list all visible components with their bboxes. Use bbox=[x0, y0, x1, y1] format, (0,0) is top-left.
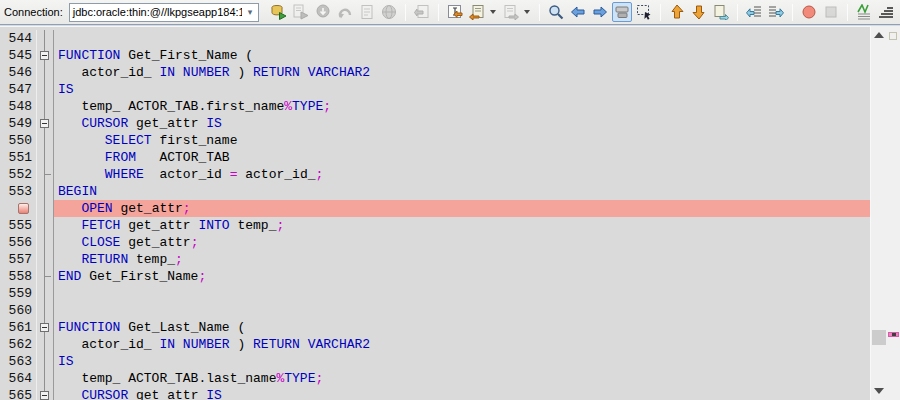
code-text[interactable]: CURSOR get_attr IS bbox=[54, 115, 870, 132]
code-text[interactable]: END Get_First_Name; bbox=[54, 268, 870, 285]
line-number[interactable]: 555 bbox=[0, 217, 37, 234]
fold-collapse-icon[interactable] bbox=[40, 391, 49, 400]
code-text[interactable]: FUNCTION Get_First_Name ( bbox=[54, 47, 870, 64]
fold-collapse-icon[interactable] bbox=[40, 51, 49, 60]
code-line[interactable]: 546 actor_id_ IN NUMBER ) RETURN VARCHAR… bbox=[0, 64, 870, 81]
code-line[interactable]: 562 actor_id_ IN NUMBER ) RETURN VARCHAR… bbox=[0, 336, 870, 353]
line-number[interactable]: 561 bbox=[0, 319, 37, 336]
code-text[interactable]: IS bbox=[54, 353, 870, 370]
code-text[interactable]: OPEN get_attr; bbox=[54, 200, 870, 217]
line-number[interactable]: 549 bbox=[0, 115, 37, 132]
statistics-button[interactable] bbox=[876, 2, 896, 22]
code-line[interactable]: 559 bbox=[0, 285, 870, 302]
fold-gutter-cell bbox=[37, 336, 54, 353]
code-line[interactable]: 550 SELECT first_name bbox=[0, 132, 870, 149]
scroll-down-icon[interactable] bbox=[871, 384, 887, 398]
select-region-button[interactable] bbox=[634, 2, 654, 22]
toggle-breakpoint-button[interactable] bbox=[799, 2, 819, 22]
line-number[interactable]: 546 bbox=[0, 64, 37, 81]
line-number[interactable]: 547 bbox=[0, 81, 37, 98]
line-number[interactable]: 548 bbox=[0, 98, 37, 115]
code-line[interactable]: OPEN get_attr; bbox=[0, 200, 870, 217]
line-number[interactable]: 558 bbox=[0, 268, 37, 285]
line-number[interactable]: 553 bbox=[0, 183, 37, 200]
code-text[interactable]: SELECT first_name bbox=[54, 132, 870, 149]
line-number[interactable]: 564 bbox=[0, 370, 37, 387]
code-line[interactable]: 544 bbox=[0, 30, 870, 47]
code-text[interactable]: BEGIN bbox=[54, 183, 870, 200]
code-text[interactable] bbox=[54, 302, 870, 319]
line-number[interactable]: 557 bbox=[0, 251, 37, 268]
code-line[interactable]: 555 FETCH get_attr INTO temp_; bbox=[0, 217, 870, 234]
execute-statement-button[interactable] bbox=[269, 2, 289, 22]
code-line[interactable]: 553BEGIN bbox=[0, 183, 870, 200]
next-edit-button[interactable] bbox=[689, 2, 709, 22]
previous-edit-button[interactable] bbox=[667, 2, 687, 22]
code-line[interactable]: 551 FROM ACTOR_TAB bbox=[0, 149, 870, 166]
code-area[interactable]: 544545FUNCTION Get_First_Name (546 actor… bbox=[0, 26, 870, 400]
line-number[interactable]: 550 bbox=[0, 132, 37, 149]
line-number[interactable]: 559 bbox=[0, 285, 37, 302]
code-line[interactable]: 549 CURSOR get_attr IS bbox=[0, 115, 870, 132]
search-button[interactable] bbox=[546, 2, 566, 22]
code-text[interactable]: RETURN temp_; bbox=[54, 251, 870, 268]
code-text[interactable]: FROM ACTOR_TAB bbox=[54, 149, 870, 166]
code-line[interactable]: 561FUNCTION Get_Last_Name ( bbox=[0, 319, 870, 336]
navigate-back-button[interactable] bbox=[568, 2, 588, 22]
code-line[interactable]: 552 WHERE actor_id = actor_id_; bbox=[0, 166, 870, 183]
vertical-scrollbar[interactable] bbox=[870, 26, 887, 400]
line-number[interactable]: 556 bbox=[0, 234, 37, 251]
code-text[interactable]: temp_ ACTOR_TAB.first_name%TYPE; bbox=[54, 98, 870, 115]
code-text[interactable]: FETCH get_attr INTO temp_; bbox=[54, 217, 870, 234]
line-number[interactable]: 552 bbox=[0, 166, 37, 183]
code-coverage-button[interactable] bbox=[854, 2, 874, 22]
fold-collapse-icon[interactable] bbox=[40, 323, 49, 332]
code-line[interactable]: 548 temp_ ACTOR_TAB.first_name%TYPE; bbox=[0, 98, 870, 115]
breakpoint-icon[interactable] bbox=[18, 203, 29, 214]
toggle-bookmark-button[interactable] bbox=[711, 2, 731, 22]
code-line[interactable]: 547IS bbox=[0, 81, 870, 98]
code-line[interactable]: 558END Get_First_Name; bbox=[0, 268, 870, 285]
code-line[interactable]: 564 temp_ ACTOR_TAB.last_name%TYPE; bbox=[0, 370, 870, 387]
breakpoint-gutter-cell[interactable] bbox=[0, 200, 37, 217]
code-text[interactable]: actor_id_ IN NUMBER ) RETURN VARCHAR2 bbox=[54, 64, 870, 81]
shift-left-button[interactable] bbox=[744, 2, 764, 22]
line-number[interactable]: 560 bbox=[0, 302, 37, 319]
line-number[interactable]: 565 bbox=[0, 387, 37, 400]
code-text[interactable]: WHERE actor_id = actor_id_; bbox=[54, 166, 870, 183]
line-number[interactable]: 562 bbox=[0, 336, 37, 353]
code-line[interactable]: 563IS bbox=[0, 353, 870, 370]
code-line[interactable]: 556 CLOSE get_attr; bbox=[0, 234, 870, 251]
code-line[interactable]: 560 bbox=[0, 302, 870, 319]
scroll-up-icon[interactable] bbox=[871, 28, 887, 42]
code-text[interactable]: CURSOR get_attr IS bbox=[54, 387, 870, 400]
navigate-forward-button[interactable] bbox=[590, 2, 610, 22]
shift-right-button[interactable] bbox=[766, 2, 786, 22]
code-text[interactable]: temp_ ACTOR_TAB.last_name%TYPE; bbox=[54, 370, 870, 387]
code-text[interactable]: actor_id_ IN NUMBER ) RETURN VARCHAR2 bbox=[54, 336, 870, 353]
code-text[interactable]: CLOSE get_attr; bbox=[54, 234, 870, 251]
code-line[interactable]: 545FUNCTION Get_First_Name ( bbox=[0, 47, 870, 64]
line-number[interactable]: 545 bbox=[0, 47, 37, 64]
code-editor[interactable]: 544545FUNCTION Get_First_Name (546 actor… bbox=[0, 26, 900, 400]
chevron-down-icon[interactable]: ▾ bbox=[242, 7, 258, 17]
dropdown-caret-icon[interactable] bbox=[490, 10, 496, 14]
replace-from-source-button[interactable] bbox=[467, 2, 487, 22]
line-number[interactable]: 544 bbox=[0, 30, 37, 47]
overview-marker-icon[interactable] bbox=[888, 332, 899, 337]
fold-collapse-icon[interactable] bbox=[40, 119, 49, 128]
line-number[interactable]: 551 bbox=[0, 149, 37, 166]
line-number[interactable]: 563 bbox=[0, 353, 37, 370]
code-text[interactable]: FUNCTION Get_Last_Name ( bbox=[54, 319, 870, 336]
code-text[interactable]: IS bbox=[54, 81, 870, 98]
code-text[interactable] bbox=[54, 285, 870, 302]
code-line[interactable]: 557 RETURN temp_; bbox=[0, 251, 870, 268]
dropdown-caret-icon[interactable] bbox=[524, 10, 530, 14]
highlight-toggle-button[interactable] bbox=[612, 2, 632, 22]
overview-status-box-icon[interactable] bbox=[889, 32, 897, 40]
scrollbar-thumb[interactable] bbox=[872, 330, 886, 345]
insert-text-button[interactable] bbox=[445, 2, 465, 22]
connection-combobox[interactable]: jdbc:oracle:thin:@//lkpgseapp184:1... ▾ bbox=[69, 3, 259, 22]
code-text[interactable] bbox=[54, 30, 870, 47]
code-line[interactable]: 565 CURSOR get_attr IS bbox=[0, 387, 870, 400]
